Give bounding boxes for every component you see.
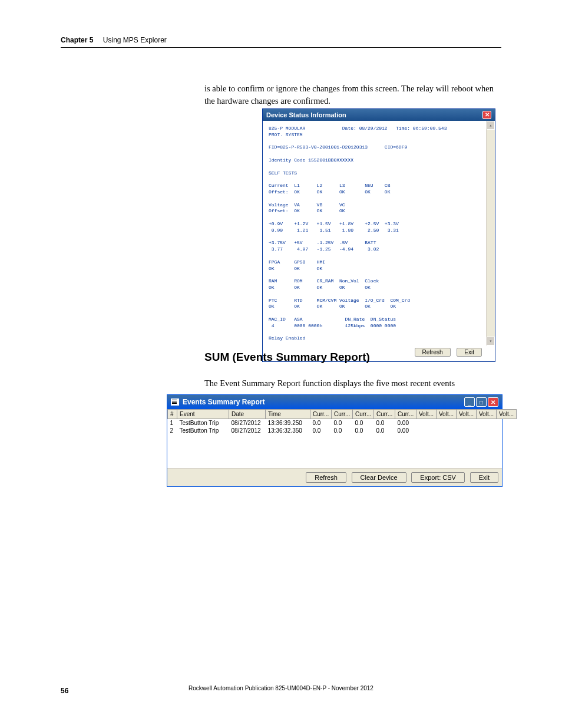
device-content: 825-P MODULAR Date: 08/29/2012 Time: 06:… <box>263 121 495 345</box>
col-curr2[interactable]: Curr... <box>332 410 353 419</box>
cell-num: 1 <box>168 419 177 427</box>
cell-c1: 0.0 <box>310 419 332 427</box>
cell-v4 <box>477 427 497 434</box>
col-curr1[interactable]: Curr... <box>310 410 332 419</box>
cell-date: 08/27/2012 <box>229 419 266 427</box>
events-title: Events Summary Report <box>183 398 265 406</box>
maximize-icon[interactable]: □ <box>476 397 487 407</box>
table-header-row: # Event Date Time Curr... Curr... Curr..… <box>168 410 517 419</box>
cell-c3: 0.0 <box>353 419 374 427</box>
events-titlebar: Events Summary Report _ □ ✕ <box>167 395 502 409</box>
report-icon <box>171 398 179 406</box>
col-date[interactable]: Date <box>229 410 266 419</box>
device-identity-line: Identity Code 1552001BB0XXXXXX <box>269 157 353 163</box>
intro-paragraph: is able to confirm or ignore the changes… <box>204 83 501 107</box>
cell-v1 <box>416 427 437 434</box>
events-button-bar: Refresh Clear Device Export: CSV Exit <box>167 468 502 486</box>
scroll-up-icon[interactable]: ▴ <box>487 121 495 130</box>
device-titlebar: Device Status Information ✕ <box>263 109 495 121</box>
col-volt4[interactable]: Volt... <box>477 410 497 419</box>
close-icon[interactable]: ✕ <box>488 397 498 407</box>
events-summary-window: Events Summary Report _ □ ✕ # Event Date… <box>167 394 503 487</box>
col-curr5[interactable]: Curr... <box>395 410 416 419</box>
cell-time: 13:36:39.250 <box>266 419 310 427</box>
col-volt1[interactable]: Volt... <box>416 410 437 419</box>
chapter-label: Chapter 5 <box>61 36 93 44</box>
window-controls: _ □ ✕ <box>464 397 498 407</box>
device-rows: Current L1 L2 L3 NEU CB Offset: OK OK OK… <box>269 183 410 328</box>
events-body: # Event Date Time Curr... Curr... Curr..… <box>167 409 502 468</box>
publication-info: Rockwell Automation Publication 825-UM00… <box>189 685 373 691</box>
cell-v3 <box>457 427 477 434</box>
col-time[interactable]: Time <box>266 410 310 419</box>
cell-event: TestButton Trip <box>177 427 229 434</box>
refresh-button[interactable]: Refresh <box>415 348 451 357</box>
cell-v5 <box>497 427 517 434</box>
scroll-down-icon[interactable]: ▾ <box>487 337 495 345</box>
cell-v2 <box>437 419 457 427</box>
cell-date: 08/27/2012 <box>229 427 266 434</box>
cell-c3: 0.0 <box>353 427 374 434</box>
cell-c2: 0.0 <box>332 427 353 434</box>
header-title: Using MPS Explorer <box>103 36 167 44</box>
device-status-window: Device Status Information ✕ 825-P MODULA… <box>262 108 495 362</box>
cell-c1: 0.0 <box>310 427 332 434</box>
cell-c5: 0.00 <box>395 427 416 434</box>
device-selftests-line: SELF TESTS <box>269 170 297 176</box>
exit-button[interactable]: Exit <box>457 348 482 357</box>
cell-v1 <box>416 419 437 427</box>
table-row[interactable]: 1 TestButton Trip 08/27/2012 13:36:39.25… <box>168 419 517 427</box>
clear-device-button[interactable]: Clear Device <box>352 472 406 483</box>
cell-v4 <box>477 419 497 427</box>
cell-v2 <box>437 427 457 434</box>
device-relay-line: Relay Enabled <box>269 335 305 341</box>
col-volt5[interactable]: Volt... <box>497 410 517 419</box>
scrollbar[interactable]: ▴ ▾ <box>486 121 495 345</box>
cell-c2: 0.0 <box>332 419 353 427</box>
cell-v3 <box>457 419 477 427</box>
col-volt3[interactable]: Volt... <box>457 410 477 419</box>
close-icon[interactable]: ✕ <box>482 111 491 119</box>
col-event[interactable]: Event <box>177 410 229 419</box>
summary-paragraph: The Event Summary Report function displa… <box>204 377 501 390</box>
cell-event: TestButton Trip <box>177 419 229 427</box>
minimize-icon[interactable]: _ <box>464 397 475 407</box>
col-curr3[interactable]: Curr... <box>353 410 374 419</box>
refresh-button[interactable]: Refresh <box>306 472 346 483</box>
device-header-line: 825-P MODULAR Date: 08/29/2012 Time: 06:… <box>269 126 447 137</box>
page-number: 56 <box>61 687 68 695</box>
page-header: Chapter 5 Using MPS Explorer <box>61 34 501 48</box>
col-num[interactable]: # <box>168 410 177 419</box>
device-fid-line: FID=825-P-R503-V0-Z001001-D20120313 CID=… <box>269 144 407 150</box>
device-title: Device Status Information <box>266 111 346 118</box>
cell-c4: 0.0 <box>374 427 395 434</box>
section-heading: SUM (Events Summary Report) <box>204 351 370 364</box>
cell-c5: 0.00 <box>395 419 416 427</box>
col-volt2[interactable]: Volt... <box>437 410 457 419</box>
page-footer: 56 Rockwell Automation Publication 825-U… <box>61 685 501 696</box>
cell-v5 <box>497 419 517 427</box>
table-row[interactable]: 2 TestButton Trip 08/27/2012 13:36:32.35… <box>168 427 517 434</box>
exit-button[interactable]: Exit <box>470 472 498 483</box>
cell-c4: 0.0 <box>374 419 395 427</box>
cell-time: 13:36:32.350 <box>266 427 310 434</box>
header-rule <box>61 47 501 48</box>
export-csv-button[interactable]: Export: CSV <box>411 472 465 483</box>
col-curr4[interactable]: Curr... <box>374 410 395 419</box>
events-table: # Event Date Time Curr... Curr... Curr..… <box>167 409 517 434</box>
cell-num: 2 <box>168 427 177 434</box>
